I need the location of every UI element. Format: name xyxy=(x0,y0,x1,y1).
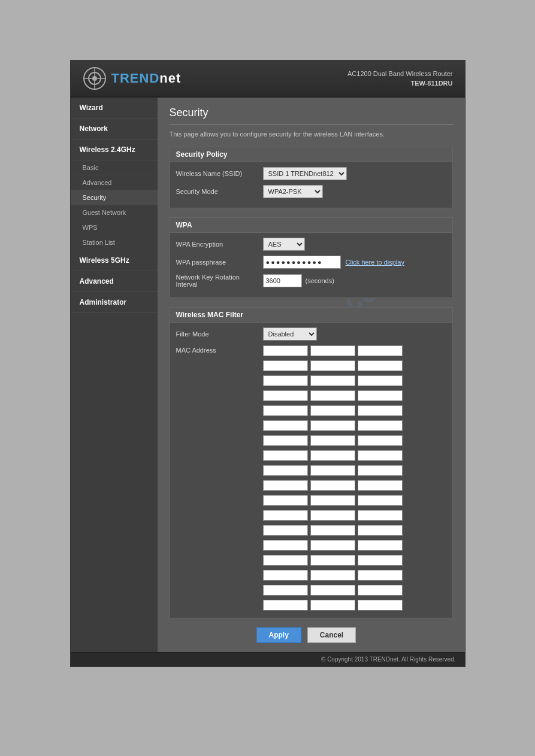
mac-input[interactable] xyxy=(358,450,403,461)
header: TRENDnet AC1200 Dual Band Wireless Route… xyxy=(71,60,465,98)
mac-input[interactable] xyxy=(310,405,355,416)
mac-input[interactable] xyxy=(263,390,308,401)
mac-input[interactable] xyxy=(310,600,355,611)
mac-input[interactable] xyxy=(358,525,403,536)
mac-input[interactable] xyxy=(263,495,308,506)
mac-input[interactable] xyxy=(358,495,403,506)
mac-input[interactable] xyxy=(310,390,355,401)
sidebar-item-administrator[interactable]: Administrator xyxy=(71,292,158,313)
mac-input[interactable] xyxy=(310,465,355,476)
mac-filter-header: Wireless MAC Filter xyxy=(170,308,452,323)
mac-input[interactable] xyxy=(263,570,308,581)
mac-input[interactable] xyxy=(310,570,355,581)
mac-input[interactable] xyxy=(358,405,403,416)
sidebar-subitem-basic[interactable]: Basic xyxy=(71,160,158,175)
sidebar-subitem-guest-network[interactable]: Guest Network xyxy=(71,205,158,220)
wpa-encryption-row: WPA Encryption AES xyxy=(176,238,446,251)
mac-input[interactable] xyxy=(310,345,355,356)
mac-input[interactable] xyxy=(263,540,308,551)
mac-input[interactable] xyxy=(263,375,308,386)
wpa-encryption-select[interactable]: AES xyxy=(263,238,305,251)
filter-mode-select[interactable]: Disabled xyxy=(263,327,317,341)
mac-row-9 xyxy=(263,465,403,476)
mac-input[interactable] xyxy=(263,360,308,371)
page-title: Security xyxy=(170,107,453,125)
mac-input[interactable] xyxy=(358,345,403,356)
mac-input[interactable] xyxy=(263,345,308,356)
mac-input[interactable] xyxy=(358,570,403,581)
mac-row-3 xyxy=(263,375,403,386)
sidebar-item-advanced[interactable]: Advanced xyxy=(71,271,158,292)
mac-input[interactable] xyxy=(358,585,403,596)
wpa-passphrase-input[interactable] xyxy=(263,256,341,269)
wpa-section: WPA WPA Encryption AES WPA passphrase xyxy=(170,217,453,298)
mac-input[interactable] xyxy=(358,540,403,551)
wireless-name-select[interactable]: SSID 1 TRENDnet8121463 xyxy=(263,167,347,180)
logo-area: TRENDnet xyxy=(83,66,182,90)
sidebar-item-wireless-24[interactable]: Wireless 2.4GHz xyxy=(71,139,158,160)
mac-input[interactable] xyxy=(358,480,403,491)
sidebar-item-network[interactable]: Network xyxy=(71,119,158,139)
sidebar-item-wizard[interactable]: Wizard xyxy=(71,98,158,119)
logo-pre: TREND xyxy=(111,71,160,86)
footer: © Copyright 2013 TRENDnet. All Rights Re… xyxy=(71,652,465,666)
mac-input[interactable] xyxy=(310,480,355,491)
sidebar-subitem-security[interactable]: Security xyxy=(71,190,158,205)
trendnet-logo-icon xyxy=(83,66,107,90)
mac-input[interactable] xyxy=(263,585,308,596)
mac-input[interactable] xyxy=(263,600,308,611)
sidebar-subitem-wps[interactable]: WPS xyxy=(71,220,158,235)
mac-input[interactable] xyxy=(263,525,308,536)
mac-input[interactable] xyxy=(263,450,308,461)
mac-input[interactable] xyxy=(358,510,403,521)
mac-input[interactable] xyxy=(358,375,403,386)
mac-input[interactable] xyxy=(310,360,355,371)
content-area: manualsbase.commanualsbase.commanualsbas… xyxy=(158,98,465,652)
mac-input[interactable] xyxy=(310,450,355,461)
mac-input[interactable] xyxy=(310,525,355,536)
sidebar-subitem-station-list[interactable]: Station List xyxy=(71,235,158,250)
mac-row-15 xyxy=(263,555,403,566)
mac-row-12 xyxy=(263,510,403,521)
mac-input[interactable] xyxy=(358,360,403,371)
mac-row-11 xyxy=(263,495,403,506)
mac-input[interactable] xyxy=(263,465,308,476)
security-mode-label: Security Mode xyxy=(176,188,263,195)
mac-input[interactable] xyxy=(310,435,355,446)
apply-button[interactable]: Apply xyxy=(256,627,301,643)
mac-input[interactable] xyxy=(263,435,308,446)
mac-input[interactable] xyxy=(263,405,308,416)
logo-post: net xyxy=(159,71,181,86)
mac-input[interactable] xyxy=(310,555,355,566)
mac-input[interactable] xyxy=(263,555,308,566)
mac-input[interactable] xyxy=(310,375,355,386)
key-rotation-input[interactable]: 3600 xyxy=(263,274,302,287)
page-description: This page allows you to configure securi… xyxy=(170,130,453,138)
sidebar-subitem-advanced[interactable]: Advanced xyxy=(71,175,158,190)
security-policy-header: Security Policy xyxy=(170,147,452,162)
mac-row-10 xyxy=(263,480,403,491)
mac-input[interactable] xyxy=(263,510,308,521)
security-mode-select[interactable]: WPA2-PSK xyxy=(263,185,323,198)
mac-address-section: MAC Address xyxy=(176,345,446,613)
mac-input[interactable] xyxy=(310,495,355,506)
mac-input[interactable] xyxy=(358,465,403,476)
click-display-link[interactable]: Click here to display xyxy=(346,259,404,266)
mac-input[interactable] xyxy=(358,600,403,611)
mac-row-4 xyxy=(263,390,403,401)
mac-input[interactable] xyxy=(358,390,403,401)
mac-input[interactable] xyxy=(263,480,308,491)
mac-input[interactable] xyxy=(263,420,308,431)
mac-input[interactable] xyxy=(358,435,403,446)
mac-row-18 xyxy=(263,600,403,611)
mac-input[interactable] xyxy=(310,540,355,551)
mac-row-5 xyxy=(263,405,403,416)
mac-input[interactable] xyxy=(310,510,355,521)
cancel-button[interactable]: Cancel xyxy=(307,627,356,643)
mac-input[interactable] xyxy=(310,585,355,596)
mac-input[interactable] xyxy=(358,555,403,566)
device-model: TEW-811DRU xyxy=(347,78,452,89)
mac-input[interactable] xyxy=(358,420,403,431)
sidebar-item-wireless-5[interactable]: Wireless 5GHz xyxy=(71,250,158,271)
mac-input[interactable] xyxy=(310,420,355,431)
